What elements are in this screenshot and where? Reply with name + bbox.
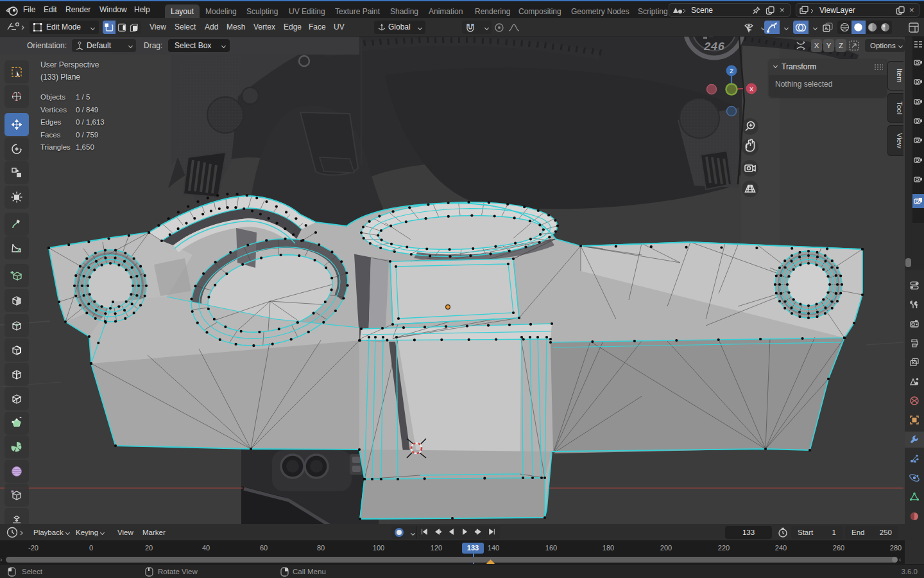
svg-text:246: 246 bbox=[704, 40, 725, 53]
svg-text:Z: Z bbox=[730, 68, 733, 74]
svg-text:X: X bbox=[749, 86, 753, 92]
